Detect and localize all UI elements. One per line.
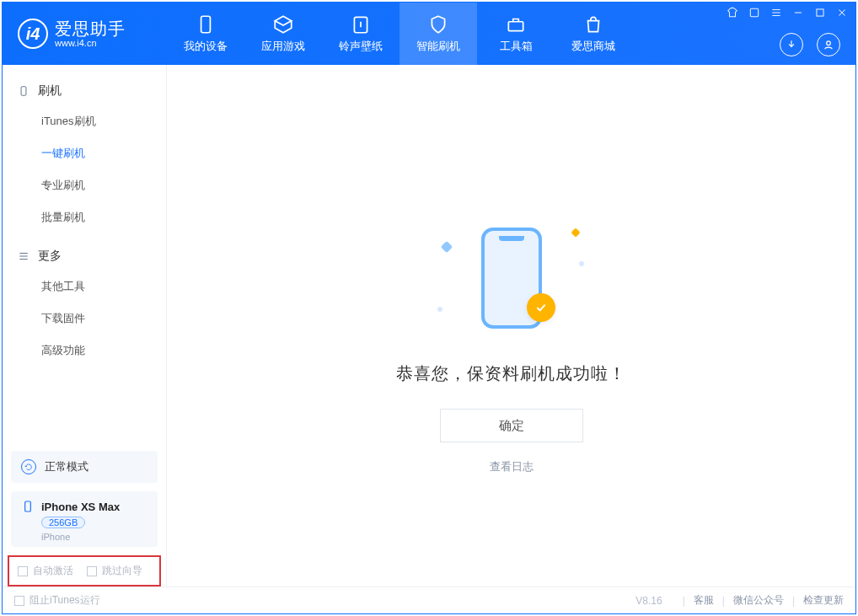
device-type: iPhone — [41, 532, 147, 542]
svg-point-5 — [827, 41, 831, 46]
tab-flash[interactable]: 智能刷机 — [400, 3, 477, 65]
checkbox-block-itunes[interactable]: 阻止iTunes运行 — [14, 593, 100, 608]
sidebar-item-itunes-flash[interactable]: iTunes刷机 — [3, 105, 166, 137]
toolbox-icon — [505, 13, 527, 35]
update-link[interactable]: 检查更新 — [803, 593, 844, 608]
app-url: www.i4.cn — [55, 38, 126, 48]
highlight-box: 自动激活 跳过向导 — [8, 555, 161, 587]
svg-rect-6 — [21, 87, 26, 96]
menu-icon[interactable] — [770, 6, 783, 19]
skin-icon[interactable] — [726, 6, 739, 19]
wechat-link[interactable]: 微信公众号 — [733, 593, 784, 608]
bag-icon — [582, 13, 604, 35]
main-content: 恭喜您，保资料刷机成功啦！ 确定 查看日志 — [167, 65, 855, 587]
minimize-icon[interactable] — [791, 6, 805, 19]
logo-icon: i4 — [18, 19, 48, 49]
svg-rect-4 — [817, 9, 823, 16]
titlebar: i4 爱思助手 www.i4.cn 我的设备 应用游戏 铃声壁纸 智能刷机 — [3, 3, 855, 65]
success-message: 恭喜您，保资料刷机成功啦！ — [396, 362, 626, 385]
checkbox-auto-activate[interactable]: 自动激活 — [18, 564, 73, 578]
statusbar: 阻止iTunes运行 V8.16 | 客服 | 微信公众号 | 检查更新 — [3, 587, 855, 613]
check-icon — [527, 293, 555, 322]
tab-toolbox[interactable]: 工具箱 — [477, 3, 555, 65]
sidebar-group-more: 更多 — [3, 242, 166, 271]
phone-small-icon — [21, 500, 35, 513]
tab-my-device[interactable]: 我的设备 — [167, 3, 244, 65]
sidebar-item-pro-flash[interactable]: 专业刷机 — [3, 169, 166, 201]
success-illustration — [436, 211, 587, 345]
sidebar-item-batch-flash[interactable]: 批量刷机 — [3, 201, 166, 233]
sidebar-item-advanced[interactable]: 高级功能 — [3, 335, 166, 367]
tab-apps[interactable]: 应用游戏 — [244, 3, 322, 65]
sidebar-group-flash: 刷机 — [3, 77, 166, 105]
tab-store[interactable]: 爱思商城 — [555, 3, 632, 65]
main-tabs: 我的设备 应用游戏 铃声壁纸 智能刷机 工具箱 爱思商城 — [167, 3, 632, 65]
music-icon — [350, 13, 372, 35]
download-icon[interactable] — [780, 33, 803, 56]
sidebar-item-oneclick-flash[interactable]: 一键刷机 — [3, 137, 166, 169]
app-name: 爱思助手 — [55, 19, 126, 38]
app-logo: i4 爱思助手 www.i4.cn — [3, 19, 167, 49]
sidebar-item-download-fw[interactable]: 下载固件 — [3, 303, 166, 335]
header-actions — [780, 33, 840, 56]
phone-icon — [195, 13, 217, 35]
device-icon — [18, 85, 29, 97]
list-icon — [18, 250, 29, 262]
mode-card[interactable]: 正常模式 — [11, 451, 158, 483]
support-link[interactable]: 客服 — [694, 593, 714, 608]
sidebar-item-other-tools[interactable]: 其他工具 — [3, 271, 166, 303]
window-controls — [726, 6, 849, 19]
svg-rect-0 — [201, 16, 211, 33]
maximize-icon[interactable] — [813, 6, 827, 19]
feedback-icon[interactable] — [748, 6, 761, 19]
storage-badge: 256GB — [41, 517, 85, 528]
svg-rect-3 — [750, 8, 758, 16]
cube-icon — [272, 13, 294, 35]
svg-rect-2 — [508, 22, 523, 31]
user-icon[interactable] — [817, 33, 840, 56]
device-card[interactable]: iPhone XS Max 256GB iPhone — [11, 491, 158, 547]
shield-icon — [427, 13, 449, 35]
svg-rect-7 — [25, 501, 31, 512]
tab-ringtones[interactable]: 铃声壁纸 — [322, 3, 400, 65]
version-label: V8.16 — [635, 595, 662, 607]
confirm-button[interactable]: 确定 — [440, 409, 583, 442]
refresh-icon — [21, 459, 36, 474]
checkbox-skip-wizard[interactable]: 跳过向导 — [87, 564, 142, 578]
sidebar: 刷机 iTunes刷机 一键刷机 专业刷机 批量刷机 更多 其他工具 下载固件 … — [3, 65, 167, 587]
view-log-link[interactable]: 查看日志 — [490, 459, 534, 474]
close-icon[interactable] — [835, 6, 849, 19]
